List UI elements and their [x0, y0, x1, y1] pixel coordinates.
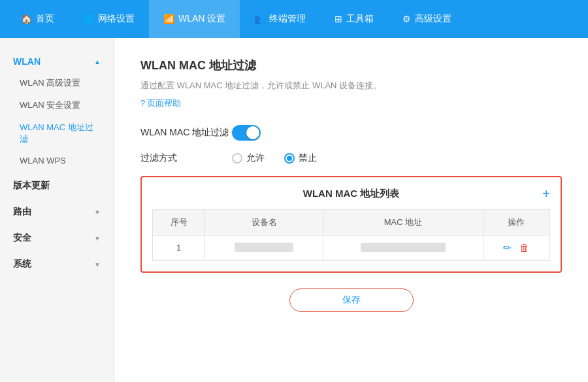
radio-deny[interactable]: 禁止 — [284, 152, 317, 164]
filter-toggle[interactable] — [232, 125, 261, 141]
main-content: WLAN MAC 地址过滤 通过配置 WLAN MAC 地址过滤，允许或禁止 W… — [114, 38, 588, 382]
nav-item-network[interactable]: 🌐 网络设置 — [69, 0, 149, 38]
sidebar-item-wlan-advanced[interactable]: WLAN 高级设置 — [0, 72, 114, 94]
nav-item-wlan[interactable]: 📶 WLAN 设置 — [149, 0, 240, 38]
sidebar-section-security[interactable]: 安全 ▼ — [0, 227, 114, 249]
help-link[interactable]: ? 页面帮助 — [140, 97, 181, 109]
wlan-arrow-icon: ▲ — [94, 58, 101, 65]
nav-item-advanced[interactable]: ⚙ 高级设置 — [388, 0, 466, 38]
nav-item-terminal[interactable]: 👥 终端管理 — [240, 0, 320, 38]
filter-label: WLAN MAC 地址过滤 — [140, 127, 232, 139]
sidebar-section-system[interactable]: 系统 ▼ — [0, 253, 114, 275]
network-icon: 🌐 — [83, 14, 94, 24]
col-device: 设备名 — [205, 209, 323, 235]
page-title: WLAN MAC 地址过滤 — [140, 58, 562, 73]
sidebar-section-wlan[interactable]: WLAN ▲ — [0, 51, 114, 72]
col-mac: MAC 地址 — [323, 209, 483, 235]
sidebar: WLAN ▲ WLAN 高级设置 WLAN 安全设置 WLAN MAC 地址过滤… — [0, 38, 114, 382]
sidebar-item-wlan-mac[interactable]: WLAN MAC 地址过滤 — [0, 116, 114, 150]
sidebar-section-version[interactable]: 版本更新 — [0, 175, 114, 197]
mac-table: 序号 设备名 MAC 地址 操作 1 — [152, 209, 550, 261]
sidebar-item-wlan-wps[interactable]: WLAN WPS — [0, 150, 114, 171]
radio-deny-circle — [284, 153, 295, 164]
top-nav: 🏠 首页 🌐 网络设置 📶 WLAN 设置 👥 终端管理 ⊞ 工具箱 ⚙ 高级设… — [0, 0, 588, 38]
nav-item-toolbox[interactable]: ⊞ 工具箱 — [320, 0, 388, 38]
wlan-nav-icon: 📶 — [163, 14, 174, 24]
action-icons: ✏ 🗑 — [491, 242, 542, 254]
row-actions: ✏ 🗑 — [483, 235, 549, 260]
row-device — [205, 235, 323, 260]
advanced-icon: ⚙ — [402, 14, 411, 24]
save-button-container: 保存 — [140, 288, 562, 312]
nav-label-advanced: 高级设置 — [415, 13, 451, 25]
table-row: 1 ✏ 🗑 — [153, 235, 550, 260]
row-mac — [323, 235, 483, 260]
help-label: 页面帮助 — [147, 97, 181, 109]
mac-table-title: WLAN MAC 地址列表 — [303, 188, 399, 200]
row-id: 1 — [153, 235, 205, 260]
add-mac-button[interactable]: + — [542, 187, 550, 200]
mac-table-header: WLAN MAC 地址列表 + — [152, 188, 550, 200]
nav-label-wlan: WLAN 设置 — [178, 13, 225, 25]
security-arrow-icon: ▼ — [94, 235, 101, 242]
terminal-icon: 👥 — [254, 14, 265, 24]
toolbox-icon: ⊞ — [335, 14, 342, 24]
radio-allow-label: 允许 — [246, 152, 265, 164]
delete-icon[interactable]: 🗑 — [519, 242, 529, 253]
sidebar-wlan-label: WLAN — [13, 56, 41, 67]
sidebar-item-wlan-security[interactable]: WLAN 安全设置 — [0, 94, 114, 116]
save-button[interactable]: 保存 — [289, 288, 414, 312]
nav-label-network: 网络设置 — [98, 13, 135, 25]
filter-mode-row: 过滤方式 允许 禁止 — [140, 152, 562, 164]
filter-mode-label: 过滤方式 — [140, 152, 232, 164]
filter-toggle-row: WLAN MAC 地址过滤 — [140, 125, 562, 141]
sidebar-section-route[interactable]: 路由 ▼ — [0, 201, 114, 223]
system-arrow-icon: ▼ — [94, 261, 101, 268]
edit-icon[interactable]: ✏ — [503, 242, 512, 254]
help-icon: ? — [140, 98, 145, 108]
nav-label-home: 首页 — [36, 13, 54, 25]
col-action: 操作 — [483, 209, 549, 235]
mac-table-container: WLAN MAC 地址列表 + 序号 设备名 MAC 地址 操作 1 — [140, 176, 562, 273]
route-arrow-icon: ▼ — [94, 209, 101, 216]
nav-item-home[interactable]: 🏠 首页 — [7, 0, 69, 38]
home-icon: 🏠 — [21, 14, 32, 24]
radio-allow-circle — [232, 153, 242, 164]
col-id: 序号 — [153, 209, 205, 235]
radio-group: 允许 禁止 — [232, 152, 317, 164]
nav-label-toolbox: 工具箱 — [346, 13, 374, 25]
page-description: 通过配置 WLAN MAC 地址过滤，允许或禁止 WLAN 设备连接。 — [140, 80, 562, 92]
nav-label-terminal: 终端管理 — [269, 13, 306, 25]
radio-allow[interactable]: 允许 — [232, 152, 265, 164]
radio-deny-label: 禁止 — [299, 152, 317, 164]
